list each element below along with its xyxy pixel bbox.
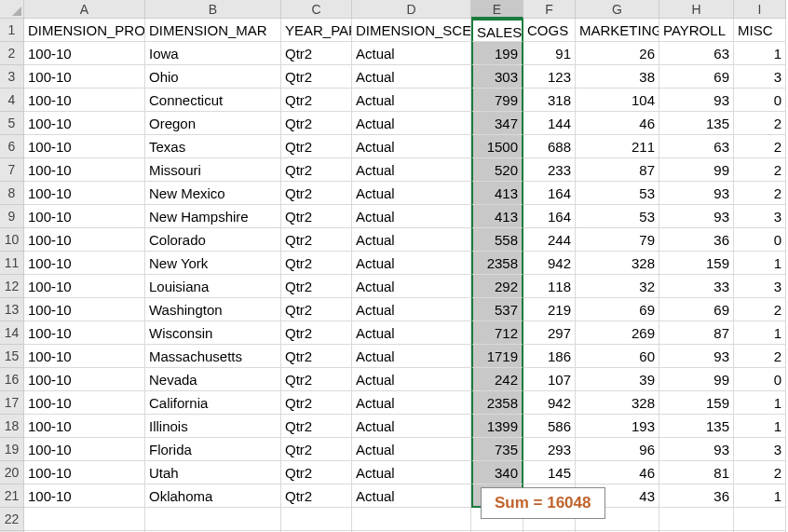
cell-I7[interactable]: 2 (734, 158, 786, 182)
row-header-4[interactable]: 4 (0, 89, 24, 112)
cell-C11[interactable]: Qtr2 (281, 252, 352, 275)
cell-G13[interactable]: 69 (576, 298, 659, 321)
cell-A18[interactable]: 100-10 (24, 415, 145, 438)
cell-E6[interactable]: 1500 (471, 135, 523, 158)
cell-D18[interactable]: Actual (352, 415, 471, 438)
cell-B18[interactable]: Illinois (145, 415, 281, 438)
cell-D4[interactable]: Actual (352, 89, 471, 112)
header-cell-D[interactable]: DIMENSION_SCE (352, 19, 471, 42)
cell-E5[interactable]: 347 (471, 112, 523, 135)
cell-F14[interactable]: 297 (523, 321, 576, 345)
select-all-corner[interactable] (0, 0, 24, 19)
cell-F12[interactable]: 118 (523, 275, 576, 298)
cell-H6[interactable]: 63 (659, 135, 734, 158)
row-header-22[interactable]: 22 (0, 508, 24, 531)
row-header-7[interactable]: 7 (0, 158, 24, 182)
cell-C5[interactable]: Qtr2 (281, 112, 352, 135)
cell-C8[interactable]: Qtr2 (281, 182, 352, 205)
cell-D3[interactable]: Actual (352, 65, 471, 89)
cell-D6[interactable]: Actual (352, 135, 471, 158)
cell-C9[interactable]: Qtr2 (281, 205, 352, 228)
cell-G4[interactable]: 104 (576, 89, 659, 112)
cell-B15[interactable]: Massachusetts (145, 345, 281, 368)
cell-I21[interactable]: 1 (734, 484, 786, 508)
row-header-2[interactable]: 2 (0, 42, 24, 65)
cell-H22[interactable] (659, 508, 734, 531)
cell-I13[interactable]: 2 (734, 298, 786, 321)
row-header-16[interactable]: 16 (0, 368, 24, 391)
row-header-6[interactable]: 6 (0, 135, 24, 158)
cell-A22[interactable] (24, 508, 145, 531)
cell-F17[interactable]: 942 (523, 391, 576, 415)
cell-G7[interactable]: 87 (576, 158, 659, 182)
cell-B13[interactable]: Washington (145, 298, 281, 321)
header-cell-A[interactable]: DIMENSION_PRO (24, 19, 145, 42)
cell-I6[interactable]: 2 (734, 135, 786, 158)
cell-A7[interactable]: 100-10 (24, 158, 145, 182)
col-header-C[interactable]: C (281, 0, 352, 19)
cell-F4[interactable]: 318 (523, 89, 576, 112)
cell-E2[interactable]: 199 (471, 42, 523, 65)
cell-I4[interactable]: 0 (734, 89, 786, 112)
cell-F8[interactable]: 164 (523, 182, 576, 205)
cell-E13[interactable]: 537 (471, 298, 523, 321)
row-header-8[interactable]: 8 (0, 182, 24, 205)
cell-I8[interactable]: 2 (734, 182, 786, 205)
cell-C20[interactable]: Qtr2 (281, 461, 352, 484)
cell-E18[interactable]: 1399 (471, 415, 523, 438)
cell-A3[interactable]: 100-10 (24, 65, 145, 89)
cell-C4[interactable]: Qtr2 (281, 89, 352, 112)
cell-F10[interactable]: 244 (523, 228, 576, 252)
cell-B7[interactable]: Missouri (145, 158, 281, 182)
cell-H8[interactable]: 93 (659, 182, 734, 205)
row-header-15[interactable]: 15 (0, 345, 24, 368)
cell-H9[interactable]: 93 (659, 205, 734, 228)
cell-C12[interactable]: Qtr2 (281, 275, 352, 298)
cell-H5[interactable]: 135 (659, 112, 734, 135)
cell-A4[interactable]: 100-10 (24, 89, 145, 112)
cell-E3[interactable]: 303 (471, 65, 523, 89)
cell-E9[interactable]: 413 (471, 205, 523, 228)
cell-E16[interactable]: 242 (471, 368, 523, 391)
cell-G6[interactable]: 211 (576, 135, 659, 158)
cell-F16[interactable]: 107 (523, 368, 576, 391)
cell-D2[interactable]: Actual (352, 42, 471, 65)
cell-B19[interactable]: Florida (145, 438, 281, 461)
cell-H19[interactable]: 93 (659, 438, 734, 461)
cell-C10[interactable]: Qtr2 (281, 228, 352, 252)
cell-F15[interactable]: 186 (523, 345, 576, 368)
cell-C7[interactable]: Qtr2 (281, 158, 352, 182)
cell-B17[interactable]: California (145, 391, 281, 415)
cell-B16[interactable]: Nevada (145, 368, 281, 391)
cell-C6[interactable]: Qtr2 (281, 135, 352, 158)
cell-D7[interactable]: Actual (352, 158, 471, 182)
row-header-18[interactable]: 18 (0, 415, 24, 438)
cell-G16[interactable]: 39 (576, 368, 659, 391)
row-header-1[interactable]: 1 (0, 19, 24, 42)
cell-D5[interactable]: Actual (352, 112, 471, 135)
cell-D19[interactable]: Actual (352, 438, 471, 461)
cell-E14[interactable]: 712 (471, 321, 523, 345)
cell-A16[interactable]: 100-10 (24, 368, 145, 391)
header-cell-I[interactable]: MISC (734, 19, 786, 42)
cell-G20[interactable]: 46 (576, 461, 659, 484)
cell-B2[interactable]: Iowa (145, 42, 281, 65)
cell-G9[interactable]: 53 (576, 205, 659, 228)
cell-H3[interactable]: 69 (659, 65, 734, 89)
cell-D8[interactable]: Actual (352, 182, 471, 205)
cell-B6[interactable]: Texas (145, 135, 281, 158)
cell-D20[interactable]: Actual (352, 461, 471, 484)
spreadsheet-grid[interactable]: ABCDEFGHI1DIMENSION_PRODIMENSION_MARYEAR… (0, 0, 786, 532)
cell-B14[interactable]: Wisconsin (145, 321, 281, 345)
cell-A13[interactable]: 100-10 (24, 298, 145, 321)
cell-D10[interactable]: Actual (352, 228, 471, 252)
col-header-B[interactable]: B (145, 0, 281, 19)
cell-H10[interactable]: 36 (659, 228, 734, 252)
cell-D21[interactable]: Actual (352, 484, 471, 508)
cell-F6[interactable]: 688 (523, 135, 576, 158)
cell-A2[interactable]: 100-10 (24, 42, 145, 65)
cell-B9[interactable]: New Hampshire (145, 205, 281, 228)
row-header-5[interactable]: 5 (0, 112, 24, 135)
cell-E12[interactable]: 292 (471, 275, 523, 298)
cell-C19[interactable]: Qtr2 (281, 438, 352, 461)
